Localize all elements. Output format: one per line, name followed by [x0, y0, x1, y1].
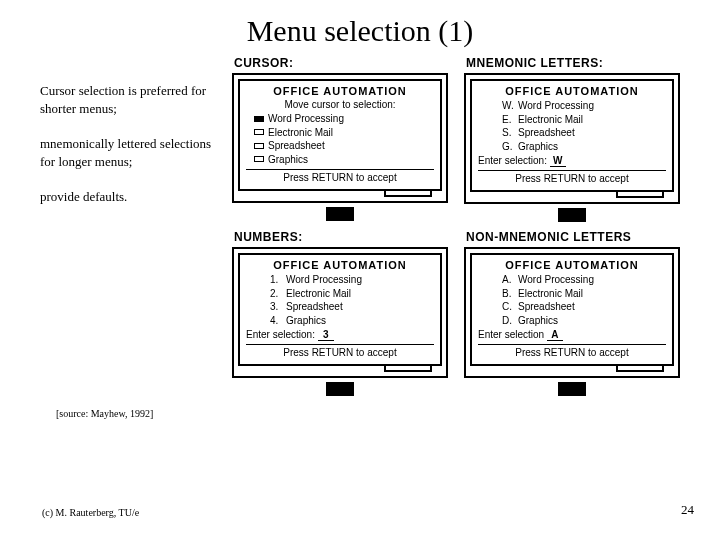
item-text: Word Processing — [286, 273, 362, 287]
item-prefix: C. — [502, 300, 518, 314]
monitor-nonmnemonic: OFFICE AUTOMATION A.Word Processing B.El… — [464, 247, 680, 378]
enter-label: Enter selection: — [478, 155, 547, 166]
item-text: Electronic Mail — [268, 126, 333, 140]
enter-label: Enter selection — [478, 329, 544, 340]
left-paragraph-2: mnemonically lettered selections for lon… — [40, 135, 220, 170]
list-item: A.Word Processing — [502, 273, 666, 287]
list-item: Graphics — [254, 153, 434, 167]
item-text: Graphics — [286, 314, 326, 328]
monitor-slot-icon — [384, 189, 432, 197]
item-text: Spreadsheet — [518, 126, 575, 140]
item-text: Spreadsheet — [268, 139, 325, 153]
left-paragraph-1: Cursor selection is preferred for shorte… — [40, 82, 220, 117]
copyright-text: (c) M. Rauterberg, TU/e — [42, 507, 139, 518]
item-text: Spreadsheet — [518, 300, 575, 314]
item-prefix: 1. — [270, 273, 286, 287]
cursor-marker-icon — [254, 116, 264, 122]
item-text: Electronic Mail — [518, 287, 583, 301]
screen-cursor: OFFICE AUTOMATION Move cursor to selecti… — [238, 79, 442, 191]
list-item: E.Electronic Mail — [502, 113, 666, 127]
items-mnemonic: W.Word Processing E.Electronic Mail S.Sp… — [478, 99, 666, 153]
cursor-marker-icon — [254, 143, 264, 149]
monitor-mnemonic: OFFICE AUTOMATION W.Word Processing E.El… — [464, 73, 680, 204]
items-nonmnemonic: A.Word Processing B.Electronic Mail C.Sp… — [478, 273, 666, 327]
list-item: Electronic Mail — [254, 126, 434, 140]
item-prefix: 2. — [270, 287, 286, 301]
item-prefix: 4. — [270, 314, 286, 328]
item-text: Graphics — [518, 140, 558, 154]
panels-grid: CURSOR: OFFICE AUTOMATION Move cursor to… — [220, 54, 680, 398]
monitor-stand-icon — [326, 382, 354, 396]
item-prefix: W. — [502, 99, 518, 113]
list-item: 4.Graphics — [270, 314, 434, 328]
list-item: Word Processing — [254, 112, 434, 126]
panel-label-numbers: NUMBERS: — [232, 228, 448, 247]
source-citation: [source: Mayhew, 1992] — [0, 408, 720, 419]
screen-title-cursor: OFFICE AUTOMATION — [246, 85, 434, 97]
panel-nonmnemonic: NON-MNEMONIC LETTERS OFFICE AUTOMATION A… — [464, 228, 680, 398]
enter-line-numbers: Enter selection: 3 — [246, 329, 434, 341]
enter-value: W — [550, 156, 566, 167]
item-prefix: S. — [502, 126, 518, 140]
list-item: D.Graphics — [502, 314, 666, 328]
content-area: Cursor selection is preferred for shorte… — [0, 54, 720, 398]
list-item: C.Spreadsheet — [502, 300, 666, 314]
cursor-marker-icon — [254, 156, 264, 162]
monitor-numbers: OFFICE AUTOMATION 1.Word Processing 2.El… — [232, 247, 448, 378]
enter-value: 3 — [318, 330, 334, 341]
screen-title-numbers: OFFICE AUTOMATION — [246, 259, 434, 271]
enter-value: A — [547, 330, 563, 341]
monitor-stand-icon — [558, 208, 586, 222]
enter-line-mnemonic: Enter selection: W — [478, 155, 666, 167]
item-text: Word Processing — [518, 99, 594, 113]
panel-label-cursor: CURSOR: — [232, 54, 448, 73]
screen-title-nonmnemonic: OFFICE AUTOMATION — [478, 259, 666, 271]
items-cursor: Word Processing Electronic Mail Spreadsh… — [246, 112, 434, 166]
press-line-numbers: Press RETURN to accept — [246, 344, 434, 358]
items-numbers: 1.Word Processing 2.Electronic Mail 3.Sp… — [246, 273, 434, 327]
list-item: G.Graphics — [502, 140, 666, 154]
left-paragraph-3: provide defaults. — [40, 188, 220, 206]
panel-label-mnemonic: MNEMONIC LETTERS: — [464, 54, 680, 73]
list-item: 3.Spreadsheet — [270, 300, 434, 314]
item-text: Word Processing — [518, 273, 594, 287]
cursor-marker-icon — [254, 129, 264, 135]
panel-cursor: CURSOR: OFFICE AUTOMATION Move cursor to… — [232, 54, 448, 224]
list-item: 1.Word Processing — [270, 273, 434, 287]
list-item: B.Electronic Mail — [502, 287, 666, 301]
enter-line-nonmnemonic: Enter selection A — [478, 329, 666, 341]
enter-label: Enter selection: — [246, 329, 315, 340]
press-line-mnemonic: Press RETURN to accept — [478, 170, 666, 184]
press-line-cursor: Press RETURN to accept — [246, 169, 434, 183]
item-text: Graphics — [518, 314, 558, 328]
monitor-slot-icon — [616, 364, 664, 372]
monitor-stand-icon — [326, 207, 354, 221]
list-item: Spreadsheet — [254, 139, 434, 153]
item-text: Word Processing — [268, 112, 344, 126]
monitor-slot-icon — [616, 190, 664, 198]
item-text: Graphics — [268, 153, 308, 167]
page-number: 24 — [681, 502, 694, 518]
item-text: Spreadsheet — [286, 300, 343, 314]
screen-nonmnemonic: OFFICE AUTOMATION A.Word Processing B.El… — [470, 253, 674, 366]
item-prefix: G. — [502, 140, 518, 154]
item-prefix: 3. — [270, 300, 286, 314]
list-item: 2.Electronic Mail — [270, 287, 434, 301]
monitor-stand-icon — [558, 382, 586, 396]
screen-mnemonic: OFFICE AUTOMATION W.Word Processing E.El… — [470, 79, 674, 192]
panel-numbers: NUMBERS: OFFICE AUTOMATION 1.Word Proces… — [232, 228, 448, 398]
item-text: Electronic Mail — [286, 287, 351, 301]
press-line-nonmnemonic: Press RETURN to accept — [478, 344, 666, 358]
item-text: Electronic Mail — [518, 113, 583, 127]
slide-title: Menu selection (1) — [0, 0, 720, 54]
list-item: S.Spreadsheet — [502, 126, 666, 140]
monitor-slot-icon — [384, 364, 432, 372]
screen-title-mnemonic: OFFICE AUTOMATION — [478, 85, 666, 97]
item-prefix: A. — [502, 273, 518, 287]
left-text-column: Cursor selection is preferred for shorte… — [40, 54, 220, 398]
item-prefix: D. — [502, 314, 518, 328]
instruction-cursor: Move cursor to selection: — [246, 99, 434, 110]
screen-numbers: OFFICE AUTOMATION 1.Word Processing 2.El… — [238, 253, 442, 366]
item-prefix: B. — [502, 287, 518, 301]
list-item: W.Word Processing — [502, 99, 666, 113]
